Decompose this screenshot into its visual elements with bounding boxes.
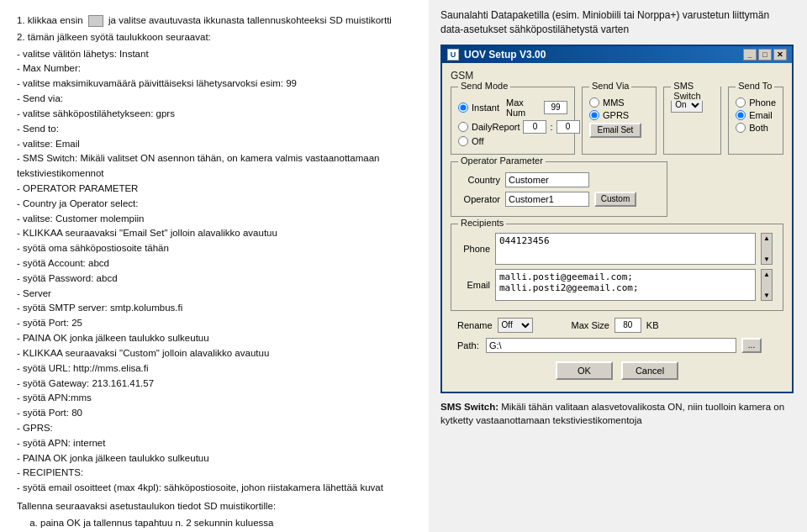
both-radio[interactable]: [736, 123, 746, 133]
sms-switch-bold: SMS Switch:: [440, 402, 498, 412]
sms-switch-title: SMS Switch: [671, 81, 720, 101]
uov-window: U UOV Setup V3.00 _ □ ✕ GSM Send Mode: [440, 45, 794, 393]
gprs-label: GPRS: [603, 110, 629, 120]
mms-radio[interactable]: [589, 97, 599, 108]
right-panel: Saunalahti Datapaketilla (esim. Miniobii…: [429, 0, 807, 532]
ok-button[interactable]: OK: [556, 361, 613, 380]
right-header: Saunalahti Datapaketilla (esim. Miniobii…: [440, 8, 795, 38]
operator-input[interactable]: [505, 192, 589, 207]
minimize-button[interactable]: _: [743, 49, 757, 61]
item-port25: - syötä Port: 25: [17, 316, 412, 331]
item-send-to: - Send to:: [17, 122, 412, 137]
item-password: - syötä Password: abcd: [17, 271, 412, 287]
phone-radio[interactable]: [736, 97, 746, 108]
daily-input1[interactable]: [523, 120, 546, 134]
phone-label: Phone: [749, 97, 776, 108]
email-recip-input[interactable]: malli.posti@geemail.com; malli.posti2@ge…: [495, 269, 756, 301]
item-operator: - OPERATOR PARAMETER: [17, 182, 412, 197]
top-groups-row: Send Mode Instant Max Num DailyReport: [451, 87, 783, 155]
phone-recip-input[interactable]: 044123456: [495, 233, 756, 265]
operator-content: Country Operator Custom: [451, 162, 667, 216]
maxsize-label: Max Size: [572, 320, 609, 330]
item-server: - Server: [17, 287, 412, 302]
off-radio[interactable]: [458, 136, 468, 146]
send-via-group: Send Via MMS GPRS Email Set: [582, 87, 657, 155]
titlebar-buttons: _ □ ✕: [743, 49, 787, 61]
dialog-buttons: OK Cancel: [451, 358, 783, 383]
mms-label: MMS: [603, 97, 625, 108]
phone-row: Phone: [736, 97, 776, 108]
uov-titlebar: U UOV Setup V3.00 _ □ ✕: [442, 46, 792, 63]
recipients-group: Recipients Phone 044123456 ▲ ▼ Email mal…: [451, 224, 783, 311]
path-input[interactable]: [486, 338, 736, 353]
country-input[interactable]: [505, 172, 589, 187]
max-num-input[interactable]: [544, 101, 567, 114]
send-mode-group: Send Mode Instant Max Num DailyReport: [451, 87, 575, 155]
send-via-content: MMS GPRS Email Set: [583, 87, 656, 145]
off-label: Off: [472, 136, 483, 146]
tallenna-item-a: paina OK ja tallennus tapahtuu n. 2 seku…: [40, 516, 412, 531]
item-account: - syötä Account: abcd: [17, 256, 412, 271]
custom-button[interactable]: Custom: [594, 192, 636, 207]
gprs-row: GPRS: [589, 110, 649, 120]
recipients-title: Recipients: [458, 218, 506, 228]
item-sms-switch: - SMS Switch: Mikäli valitset ON asennon…: [17, 151, 412, 182]
item-gprs: - valitse sähköpostilähetykseen: gprs: [17, 107, 412, 122]
email-set-button[interactable]: Email Set: [589, 123, 641, 138]
tallenna-title: Tallenna seuraavaksi asetustaulukon tied…: [17, 499, 412, 514]
item-url: - syötä URL: http://mms.elisa.fi: [17, 361, 412, 377]
scroll-up2[interactable]: ▲: [763, 271, 770, 278]
gsm-label: GSM: [451, 70, 783, 82]
close-button[interactable]: ✕: [773, 49, 787, 61]
send-to-title: Send To: [736, 81, 774, 91]
email-row: Email: [736, 110, 776, 120]
scroll-up[interactable]: ▲: [763, 234, 770, 242]
left-panel: 1. klikkaa ensin Saunalahti Datapaketill…: [0, 0, 429, 532]
header-line1: Saunalahti Datapaketilla (esim. Miniobii…: [440, 9, 769, 21]
item-recip: - RECIPIENTS:: [17, 466, 412, 481]
max-num-label: Max Num: [506, 97, 541, 118]
sms-switch-group: SMS Switch On Off: [663, 87, 721, 155]
item-max-val: - valitse maksimikuvamäärä päivittäiseks…: [17, 76, 412, 92]
operator-group: Operator Parameter Country Operator Cust…: [451, 161, 667, 217]
off-row: Off: [458, 136, 567, 146]
operator-label: Operator: [458, 194, 500, 204]
cancel-button[interactable]: Cancel: [621, 361, 678, 380]
intro-line: 1. klikkaa ensin Saunalahti Datapaketill…: [17, 13, 412, 29]
bottom-note: SMS Switch: Mikäli tähän valitaan alasve…: [440, 400, 795, 428]
instant-radio[interactable]: [458, 103, 468, 113]
scroll-down2[interactable]: ▼: [763, 292, 770, 299]
scroll-down[interactable]: ▼: [763, 255, 770, 263]
titlebar-left: U UOV Setup V3.00: [447, 49, 546, 61]
send-via-title: Send Via: [589, 81, 631, 91]
app-icon: U: [447, 49, 459, 61]
country-label: Country: [458, 175, 500, 185]
maxsize-input[interactable]: [614, 318, 641, 333]
header-line2: data-asetukset sähköpostilähetystä varte…: [440, 24, 629, 35]
both-row: Both: [736, 123, 776, 133]
path-label: Path:: [457, 340, 481, 350]
step2-title: 2. tämän jälkeen syötä taulukkoon seuraa…: [17, 30, 412, 45]
maximize-button[interactable]: □: [758, 49, 772, 61]
item-email-list: - syötä email osoitteet (max 4kpl): sähk…: [17, 481, 412, 496]
daily-radio[interactable]: [458, 122, 468, 132]
item-gateway: - syötä Gateway: 213.161.41.57: [17, 377, 412, 392]
gprs-radio[interactable]: [589, 110, 599, 120]
path-browse-button[interactable]: ...: [741, 338, 762, 353]
kb-label: KB: [646, 320, 659, 330]
emailset-row: Email Set: [589, 123, 649, 138]
item-customer: - valitse: Customer molempiin: [17, 212, 412, 227]
item-gprs2: - GPRS:: [17, 421, 412, 436]
email-radio[interactable]: [736, 110, 746, 120]
phone-recip-label: Phone: [458, 244, 490, 254]
operator-title: Operator Parameter: [458, 155, 546, 166]
item-apn: - syötä APN:mms: [17, 391, 412, 406]
path-row: Path: ...: [451, 338, 783, 353]
item-smtp: - syötä SMTP server: smtp.kolumbus.fi: [17, 301, 412, 316]
send-to-content: Phone Email Both: [729, 87, 783, 140]
colon: :: [550, 122, 552, 132]
daily-input2[interactable]: [556, 120, 580, 134]
item-klikkaa: - KLIKKAA seuraavaksi "Email Set" jolloi…: [17, 226, 412, 241]
send-mode-content: Instant Max Num DailyReport :: [451, 87, 574, 154]
rename-select[interactable]: Off On: [498, 318, 533, 333]
